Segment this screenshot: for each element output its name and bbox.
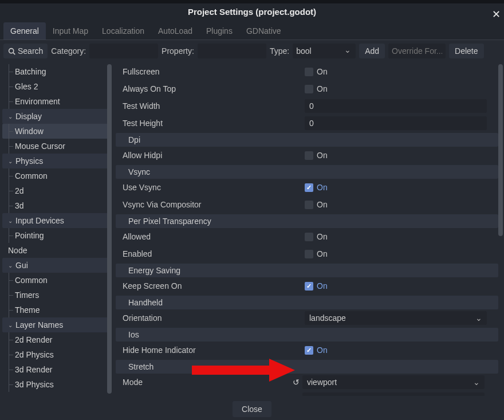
tree-label: Pointing (15, 231, 44, 240)
property-row: FullscreenOn (116, 64, 498, 79)
main-scrollbar[interactable] (498, 64, 503, 236)
property-label: Fullscreen (116, 67, 305, 76)
sidebar-item-common[interactable]: Common (2, 168, 110, 183)
sidebar-item-2d-render[interactable]: 2d Render (2, 332, 110, 347)
dropdown-value: viewport (307, 378, 337, 387)
number-input[interactable] (305, 116, 487, 130)
checkbox[interactable] (305, 282, 313, 291)
section-vsync: Vsync (116, 165, 498, 179)
override-input[interactable] (388, 44, 446, 58)
close-button[interactable]: Close (233, 401, 271, 417)
checkbox[interactable] (305, 151, 313, 160)
tab-gdnative[interactable]: GDNative (239, 22, 288, 40)
sidebar-item-environment[interactable]: Environment (2, 94, 110, 109)
sidebar-item-gles-2[interactable]: Gles 2 (2, 79, 110, 94)
sidebar-item-3d-render[interactable]: 3d Render (2, 362, 110, 377)
revert-icon[interactable]: ↺ (291, 377, 301, 387)
delete-button[interactable]: Delete (449, 44, 483, 58)
sidebar-item-3d-physics[interactable]: 3d Physics (2, 377, 110, 392)
tab-general[interactable]: General (3, 22, 46, 40)
section-ios: Ios (116, 328, 498, 342)
dropdown[interactable]: pixelperfect (302, 392, 485, 396)
search-icon (8, 48, 15, 55)
tree-label: 3d (15, 201, 24, 210)
property-row: Vsync Via CompositorOn (116, 197, 498, 212)
sidebar-item-display[interactable]: ⌄Display (2, 109, 110, 124)
chevron-down-icon: ⌄ (8, 158, 14, 164)
sidebar-item-node[interactable]: Node (2, 243, 110, 258)
sidebar-item-input-devices[interactable]: ⌄Input Devices (2, 213, 110, 228)
property-value: On (305, 151, 498, 160)
property-row: Allow HidpiOn (116, 148, 498, 163)
sidebar-item-3d[interactable]: 3d (2, 198, 110, 213)
footer: Close (0, 396, 504, 420)
tree-label: Gles 2 (15, 82, 38, 91)
tree-label: Node (8, 246, 27, 255)
sidebar-item-gui[interactable]: ⌄Gui (2, 258, 110, 273)
checkbox-label: On (317, 183, 328, 192)
property-row: Mode↺viewport (116, 375, 498, 390)
sidebar-item-window[interactable]: Window (2, 124, 110, 139)
category-input[interactable] (89, 44, 158, 58)
sidebar-item-2d-physics[interactable]: 2d Physics (2, 347, 110, 362)
tab-input-map[interactable]: Input Map (46, 22, 95, 40)
tab-autoload[interactable]: AutoLoad (151, 22, 199, 40)
section-handheld: Handheld (116, 296, 498, 309)
property-row: Hide Home IndicatorOn (116, 343, 498, 358)
dropdown[interactable]: viewport (302, 375, 485, 389)
sidebar-item-mouse-cursor[interactable]: Mouse Cursor (2, 139, 110, 154)
sidebar-item-theme[interactable]: Theme (2, 303, 110, 317)
tree-label: Common (15, 171, 48, 180)
dropdown-value: landscape (309, 313, 346, 323)
section-per-pixel-transparency: Per Pixel Transparency (116, 214, 498, 228)
sidebar-item-timers[interactable]: Timers (2, 288, 110, 303)
property-row: Orientationlandscape (116, 311, 498, 325)
property-row: Keep Screen OnOn (116, 278, 498, 293)
checkbox[interactable] (305, 85, 313, 93)
checkbox-label: On (317, 151, 328, 160)
checkbox[interactable] (305, 68, 313, 76)
sidebar-item-2d[interactable]: 2d (2, 183, 110, 198)
checkbox[interactable] (305, 201, 313, 209)
tree-label: Window (15, 127, 44, 136)
property-value (305, 99, 498, 113)
chevron-down-icon: ⌄ (8, 322, 14, 328)
checkbox[interactable] (305, 346, 313, 355)
search-button[interactable]: Search (3, 44, 48, 58)
revert-icon[interactable]: ↺ (291, 394, 301, 396)
property-label: Vsync Via Compositor (116, 200, 305, 209)
property-input[interactable] (198, 44, 266, 58)
sidebar-item-layer-names[interactable]: ⌄Layer Names (2, 317, 110, 332)
property-label: Hide Home Indicator (116, 346, 305, 355)
checkbox[interactable] (305, 233, 313, 241)
sidebar-item-batching[interactable]: Batching (2, 64, 110, 79)
sidebar-item-common[interactable]: Common (2, 273, 110, 288)
titlebar: Project Settings (project.godot) ✕ (0, 0, 504, 20)
property-value: On (305, 346, 498, 355)
checkbox[interactable] (305, 250, 313, 258)
sidebar-item-physics[interactable]: ⌄Physics (2, 154, 110, 168)
checkbox-label: On (317, 346, 328, 355)
tab-plugins[interactable]: Plugins (199, 22, 239, 40)
type-label: Type: (270, 46, 289, 56)
tab-localization[interactable]: Localization (95, 22, 151, 40)
add-button[interactable]: Add (359, 44, 385, 58)
sidebar-scrollbar[interactable] (107, 64, 112, 394)
property-label: Enabled (116, 249, 305, 258)
tree-label: 2d Render (15, 335, 52, 344)
chevron-down-icon: ⌄ (8, 218, 14, 224)
close-icon[interactable]: ✕ (492, 8, 501, 21)
sidebar-item-pointing[interactable]: Pointing (2, 228, 110, 243)
tab-bar: GeneralInput MapLocalizationAutoLoadPlug… (0, 20, 504, 40)
property-value (305, 116, 498, 130)
tree-label: Batching (15, 67, 46, 76)
dropdown[interactable]: landscape (305, 311, 487, 325)
checkbox[interactable] (305, 183, 313, 192)
property-row: Always On TopOn (116, 81, 498, 96)
number-input[interactable] (305, 99, 487, 113)
section-dpi: Dpi (116, 133, 498, 147)
chevron-down-icon: ⌄ (8, 113, 14, 120)
type-select[interactable] (293, 44, 356, 58)
property-label: Orientation (116, 313, 305, 323)
property-label: Property: (162, 46, 194, 56)
